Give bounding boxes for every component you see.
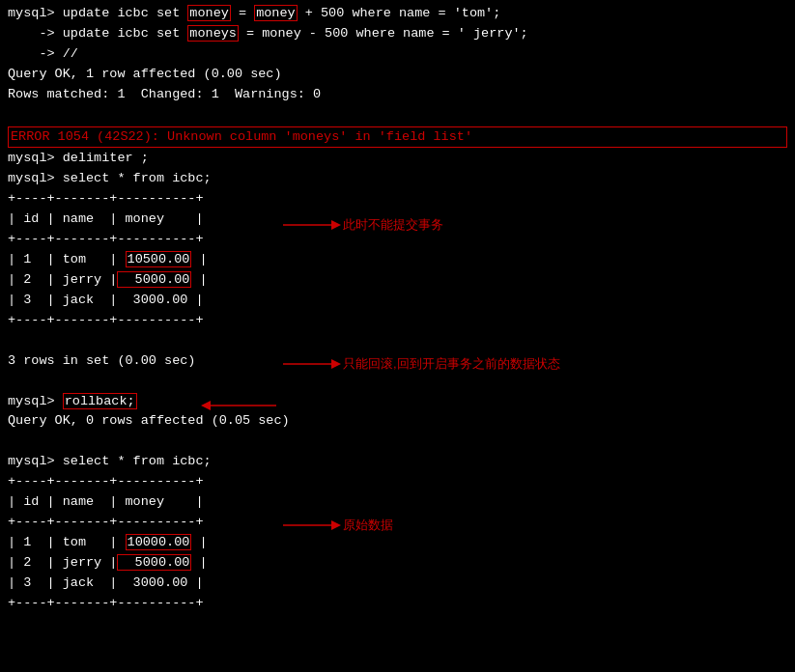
cmd1-line: mysql> update icbc set money = money + 5… <box>8 4 787 24</box>
error-line: ERROR 1054 (42S22): Unknown column 'mone… <box>8 126 787 149</box>
table-border1: +----+-------+----------+ <box>8 189 787 210</box>
arrow-cant-commit <box>283 210 341 239</box>
table2-row1: | 1 | tom | 10000.00 | <box>8 533 787 553</box>
annotation-cant-commit: 此时不能提交事务 <box>283 210 443 239</box>
result2-line: Rows matched: 1 Changed: 1 Warnings: 0 <box>8 85 787 105</box>
table2-row3: | 3 | jack | 3000.00 | <box>8 574 787 594</box>
money-val-1: 10500.00 <box>126 251 192 267</box>
svg-marker-5 <box>201 401 211 410</box>
cmd1-rest2: + 500 where name = 'tom'; <box>298 6 501 20</box>
cmd1-rest1: = <box>231 6 254 20</box>
rows-section: 3 rows in set (0.00 sec) 只能回滚,回到开启事务之前的数… <box>8 351 787 372</box>
money-highlight-1: money <box>187 5 231 21</box>
cmd7-line: mysql> select * from icbc; <box>8 452 787 472</box>
cmd4-line: mysql> delimiter ; <box>8 149 787 169</box>
cmd3-line: -> // <box>8 44 787 65</box>
table-row1: | 1 | tom | 10500.00 | <box>8 250 787 270</box>
original-data-text: 原始数据 <box>343 517 393 534</box>
result4-line: Query OK, 0 rows affected (0.05 sec) <box>8 411 787 432</box>
prompt1: mysql> update icbc set <box>8 6 187 20</box>
svg-marker-1 <box>331 220 341 230</box>
money-val-3: 10000.00 <box>126 534 192 550</box>
terminal: mysql> update icbc set money = money + 5… <box>8 4 787 614</box>
result1-line: Query OK, 1 row affected (0.00 sec) <box>8 65 787 85</box>
table2-row2: | 2 | jerry | 5000.00 | <box>8 553 787 574</box>
cant-commit-text: 此时不能提交事务 <box>343 216 443 234</box>
empty2 <box>8 331 787 351</box>
money-val-4: 5000.00 <box>117 554 191 571</box>
annotation-rollback: 只能回滚,回到开启事务之前的数据状态 <box>283 350 560 378</box>
arrow-original <box>283 511 341 540</box>
cmd2-rest: = money - 500 where name = ' jerry'; <box>239 26 528 41</box>
money-highlight-2: money <box>254 5 298 21</box>
table2-header: | id | name | money | <box>8 492 787 513</box>
svg-marker-3 <box>331 359 341 369</box>
cmd2-line: -> update icbc set moneys = money - 500 … <box>8 24 787 44</box>
rollback-section: mysql> rollback; <box>8 392 787 412</box>
cmd2-prefix: -> update icbc set <box>8 26 187 41</box>
empty4 <box>8 432 787 452</box>
empty1 <box>8 105 787 126</box>
svg-marker-7 <box>331 520 341 530</box>
first-table-section: +----+-------+----------+ | id | name | … <box>8 189 787 330</box>
arrow-rollback-annotation <box>283 350 341 378</box>
cmd6-line: mysql> rollback; <box>8 392 787 412</box>
table-row2: | 2 | jerry | 5000.00 | <box>8 270 787 291</box>
rollback-highlight: rollback; <box>63 393 137 409</box>
money-val-2: 5000.00 <box>117 271 191 288</box>
rollback-annotation-text: 只能回滚,回到开启事务之前的数据状态 <box>343 355 560 373</box>
annotation-original: 原始数据 <box>283 511 393 540</box>
table-border3: +----+-------+----------+ <box>8 311 787 331</box>
second-table-section: +----+-------+----------+ | id | name | … <box>8 472 787 613</box>
moneys-highlight: moneys <box>187 25 239 42</box>
arrow-to-rollback <box>201 396 278 415</box>
table2-border2: +----+-------+----------+ <box>8 513 787 533</box>
table-row3: | 3 | jack | 3000.00 | <box>8 291 787 311</box>
cmd5-line: mysql> select * from icbc; <box>8 169 787 189</box>
table2-border3: +----+-------+----------+ <box>8 594 787 614</box>
table2-border1: +----+-------+----------+ <box>8 472 787 492</box>
